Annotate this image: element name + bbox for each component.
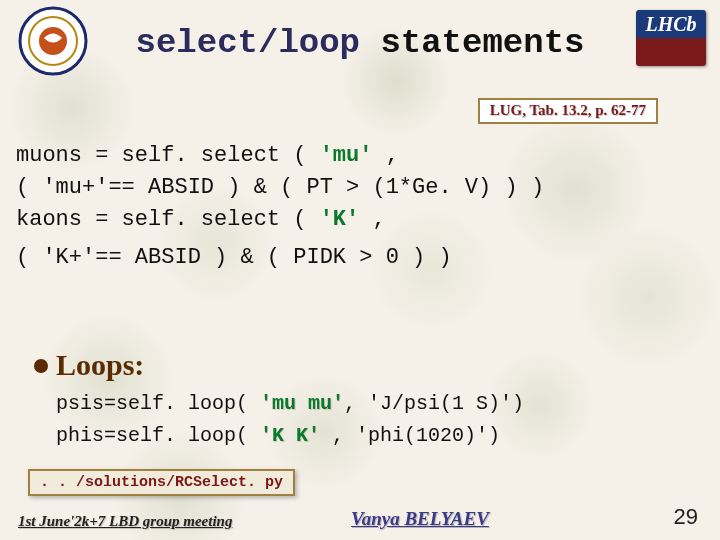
code-line: kaons = self. select ( 'K' , (16, 204, 544, 236)
literal-k: 'K' (320, 207, 360, 232)
page-number: 29 (674, 504, 698, 530)
loops-section: Loops: psis=self. loop( 'mu mu', 'J/psi(… (34, 348, 524, 452)
title-rest: statements (360, 24, 584, 62)
code-line: ( 'K+'== ABSID ) & ( PIDK > 0 ) ) (16, 242, 544, 274)
loops-heading: Loops: (56, 348, 144, 381)
code-line: psis=self. loop( 'mu mu', 'J/psi(1 S)') (56, 388, 524, 420)
code-line: phis=self. loop( 'K K' , 'phi(1020)') (56, 420, 524, 452)
slide: select/loop statements LUG, Tab. 13.2, p… (0, 0, 720, 540)
code-line: ( 'mu+'== ABSID ) & ( PT > (1*Ge. V) ) ) (16, 172, 544, 204)
literal-mu: 'mu' (320, 143, 373, 168)
footer-author: Vanya BELYAEV (231, 508, 489, 529)
reference-badge: LUG, Tab. 13.2, p. 62-77 (478, 98, 658, 124)
lhcb-logo (636, 10, 706, 66)
code-block-loops: psis=self. loop( 'mu mu', 'J/psi(1 S)') … (56, 388, 524, 452)
footer-center: Vanya BELYAEV (0, 508, 720, 530)
literal-kk: 'K K' (260, 424, 320, 447)
university-seal-logo (18, 6, 88, 76)
bullet-icon (34, 359, 48, 373)
literal-mumu: 'mu mu' (260, 392, 344, 415)
slide-title: select/loop statements (0, 0, 720, 62)
title-mono: select/loop (136, 24, 360, 62)
file-path-box: . . /solutions/RCSelect. py (28, 469, 295, 496)
code-line: muons = self. select ( 'mu' , (16, 140, 544, 172)
code-block-select: muons = self. select ( 'mu' , ( 'mu+'== … (16, 140, 544, 274)
